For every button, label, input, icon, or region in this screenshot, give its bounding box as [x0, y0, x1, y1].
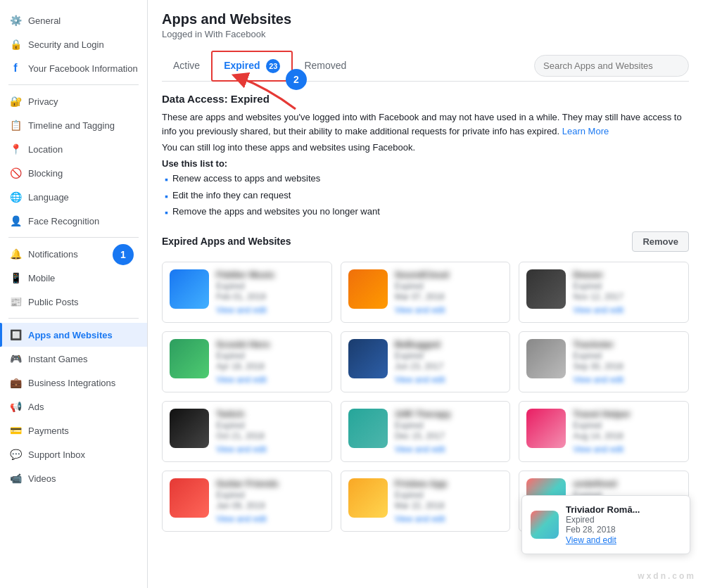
app-link-app6[interactable]: View and edit	[573, 375, 623, 385]
app-info-app9: Travel Helper Expired Aug 14, 2018 View …	[573, 409, 681, 454]
app-icon-app5	[348, 339, 388, 378]
app-info-app2: SoundCloud Expired Mar 07, 2018 View and…	[395, 269, 503, 315]
app-date-app4: Apr 18, 2018	[216, 362, 324, 371]
expired-apps-title: Expired Apps and Websites	[162, 236, 291, 247]
sidebar-item-support-inbox[interactable]: 💬 Support Inbox	[0, 442, 147, 466]
tab-expired[interactable]: Expired 23	[211, 51, 293, 82]
app-info-app4: Scoobi Hero Expired Apr 18, 2018 View an…	[216, 339, 324, 385]
app-icon-app11	[348, 478, 388, 518]
sidebar-item-instant-games[interactable]: 🎮 Instant Games	[0, 347, 147, 371]
sidebar-item-payments[interactable]: 💳 Payments	[0, 418, 147, 442]
app-status-app7: Expired	[216, 421, 324, 430]
app-info-app1: Fiddler Music Expired Feb 01, 2019 View …	[216, 269, 324, 315]
sidebar-item-videos[interactable]: 📹 Videos	[0, 466, 147, 490]
app-item-app1: Fiddler Music Expired Feb 01, 2019 View …	[162, 262, 332, 323]
use-list-item-3: Remove the apps and websites you no long…	[165, 206, 689, 220]
app-info-app10: Guitar Friends Expired Jan 09, 2019 View…	[216, 478, 324, 524]
watermark: wxdn.com	[638, 571, 696, 581]
app-item-app3: Deezer Expired Nov 12, 2017 View and edi…	[519, 262, 689, 323]
popup-app-date: Feb 28, 2018	[566, 525, 640, 535]
app-item-app4: Scoobi Hero Expired Apr 18, 2018 View an…	[162, 331, 332, 392]
app-item-app10: Guitar Friends Expired Jan 09, 2019 View…	[162, 471, 332, 532]
learn-more-link[interactable]: Learn More	[562, 126, 609, 136]
sidebar-item-apps-websites[interactable]: 🔲 Apps and Websites	[0, 323, 147, 347]
app-name-app2: SoundCloud	[395, 269, 503, 280]
app-name-app12: undefined	[573, 478, 681, 489]
app-link-app7[interactable]: View and edit	[216, 445, 267, 454]
app-icon-app8	[348, 409, 388, 448]
app-status-app3: Expired	[573, 281, 681, 291]
remove-button[interactable]: Remove	[632, 231, 689, 252]
use-list: Renew access to apps and websites Edit t…	[162, 173, 689, 220]
app-status-app11: Expired	[395, 490, 503, 500]
search-input[interactable]	[534, 55, 689, 77]
ads-icon: 📢	[8, 400, 23, 414]
app-icon-app1	[170, 269, 209, 309]
apps-icon: 🔲	[8, 328, 23, 342]
app-link-app2[interactable]: View and edit	[395, 305, 445, 315]
popup-app-link[interactable]: View and edit	[566, 535, 616, 545]
sidebar-item-language[interactable]: 🌐 Language	[0, 185, 147, 209]
app-link-app11[interactable]: View and edit	[395, 514, 445, 524]
app-link-app3[interactable]: View and edit	[573, 305, 623, 315]
timeline-icon: 📋	[8, 118, 23, 132]
app-link-app9[interactable]: View and edit	[573, 445, 623, 454]
app-item-app9: Travel Helper Expired Aug 14, 2018 View …	[519, 401, 689, 462]
app-info-app5: BeBugged Expired Jun 23, 2017 View and e…	[395, 339, 503, 385]
app-date-app5: Jun 23, 2017	[395, 362, 503, 371]
sidebar-item-blocking[interactable]: 🚫 Blocking	[0, 161, 147, 185]
app-popup: Triviador Romă... Expired Feb 28, 2018 V…	[521, 495, 690, 554]
sidebar-item-timeline-tagging[interactable]: 📋 Timeline and Tagging	[0, 113, 147, 137]
data-access-description: These are apps and websites you've logge…	[162, 110, 689, 138]
app-link-app5[interactable]: View and edit	[395, 375, 445, 385]
sidebar-item-your-facebook-info[interactable]: f Your Facebook Information	[0, 56, 147, 80]
blocking-icon: 🚫	[8, 166, 23, 180]
sidebar-item-location[interactable]: 📍 Location	[0, 137, 147, 161]
app-date-app6: Sep 30, 2018	[573, 362, 681, 371]
app-link-app8[interactable]: View and edit	[395, 445, 445, 454]
data-access-subtext: You can still log into these apps and we…	[162, 142, 689, 153]
data-access-section: Data Access: Expired These are apps and …	[162, 93, 689, 220]
app-item-app5: BeBugged Expired Jun 23, 2017 View and e…	[341, 331, 511, 392]
annotation-badge-2: 2	[286, 69, 307, 90]
instant-games-icon: 🎮	[8, 352, 23, 366]
app-status-app5: Expired	[395, 351, 503, 361]
popup-app-status: Expired	[566, 515, 640, 525]
app-icon-app6	[526, 339, 566, 378]
sidebar-item-business-integrations[interactable]: 💼 Business Integrations	[0, 371, 147, 395]
app-link-app4[interactable]: View and edit	[216, 375, 267, 385]
sidebar-divider-1	[8, 84, 139, 85]
app-icon-app9	[526, 409, 566, 448]
annotation-badge-1: 1	[113, 244, 134, 265]
app-date-app7: Oct 21, 2018	[216, 431, 324, 441]
app-link-app1[interactable]: View and edit	[216, 305, 267, 315]
sidebar-item-general[interactable]: ⚙️ General	[0, 8, 147, 32]
app-status-app6: Expired	[573, 351, 681, 361]
app-link-app10[interactable]: View and edit	[216, 514, 267, 524]
mobile-icon: 📱	[8, 271, 23, 285]
sidebar-item-security-login[interactable]: 🔒 Security and Login	[0, 32, 147, 56]
app-date-app8: Dec 15, 2017	[395, 431, 503, 441]
popup-app-info: Triviador Romă... Expired Feb 28, 2018 V…	[566, 504, 640, 545]
tab-active[interactable]: Active	[162, 53, 211, 79]
expired-apps-header-row: Expired Apps and Websites Remove	[162, 231, 689, 252]
app-info-app3: Deezer Expired Nov 12, 2017 View and edi…	[573, 269, 681, 315]
sidebar-item-face-recognition[interactable]: 👤 Face Recognition	[0, 209, 147, 233]
sidebar-item-public-posts[interactable]: 📰 Public Posts	[0, 290, 147, 314]
sidebar-item-ads[interactable]: 📢 Ads	[0, 395, 147, 418]
app-date-app10: Jan 09, 2019	[216, 501, 324, 511]
app-icon-app4	[170, 339, 209, 378]
notifications-icon: 🔔	[8, 247, 23, 261]
app-grid: Fiddler Music Expired Feb 01, 2019 View …	[162, 262, 689, 532]
app-date-app11: Mar 22, 2018	[395, 501, 503, 511]
app-date-app1: Feb 01, 2019	[216, 292, 324, 302]
app-item-app6: Trackster Expired Sep 30, 2018 View and …	[519, 331, 689, 392]
business-icon: 💼	[8, 376, 23, 390]
sidebar-item-privacy[interactable]: 🔐 Privacy	[0, 89, 147, 113]
app-info-app8: 1HR Therapy Expired Dec 15, 2017 View an…	[395, 409, 503, 454]
app-status-app2: Expired	[395, 281, 503, 291]
expired-count-badge: 23	[266, 59, 280, 73]
app-date-app9: Aug 14, 2018	[573, 431, 681, 441]
page-subtitle: Logged in With Facebook	[162, 29, 689, 39]
sidebar-item-mobile[interactable]: 📱 Mobile	[0, 266, 147, 290]
